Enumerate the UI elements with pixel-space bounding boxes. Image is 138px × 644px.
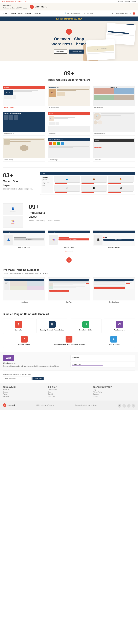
plugin-cf7[interactable]: 7 Contact Form 7	[3, 333, 45, 348]
footer-shop-specials[interactable]: Specials	[48, 393, 90, 395]
product-detail-inner: 👗 Out of Stock 👒 $29.99 09+ Product Deta…	[3, 204, 135, 228]
login-link[interactable]: Log In	[111, 13, 115, 14]
plugin-wishlist[interactable]: ♥ TemplatesMarket WooCommerce Wishlist	[48, 333, 90, 348]
homepage-card-furniture-label: Home Furniture	[3, 132, 45, 135]
homepage-card-fashion-label: Home Fashion	[93, 106, 135, 109]
homepage-card-fashion[interactable]: LOOKBOOK Home Fashion	[93, 86, 135, 110]
footer-shop-shop[interactable]: Shop	[48, 391, 90, 393]
woo-title: WooCommerce	[3, 362, 68, 364]
subpages-grid: Shop Page	[3, 277, 135, 304]
homepage-card-gadget[interactable]: GADGET REACT PLANET 2.0 Home Gadget	[48, 138, 90, 162]
search-input[interactable]	[67, 13, 84, 14]
hero-screen-2: The Spring Skincare ✿	[86, 39, 115, 60]
dot-4[interactable]	[71, 250, 73, 252]
homepage-card-autopart[interactable]: one mart 20% OFF	[3, 86, 45, 110]
plugin-kirki[interactable]: ⚙ Kirki Customizer	[93, 333, 135, 348]
homepage-cards-container: one mart 20% OFF	[3, 86, 135, 162]
footer-shop-store[interactable]: View our store	[48, 389, 90, 390]
homepage-card-autopart-preview: one mart 20% OFF	[3, 86, 45, 106]
hero-buttons: View Demo Purchase Now	[51, 50, 87, 54]
homepage-card-cosmetic[interactable]: Especially for you 🐕 Ho	[48, 86, 90, 110]
create-account-link[interactable]: Create an Account	[116, 13, 128, 14]
footer-support-returns[interactable]: Returns	[93, 396, 135, 397]
wishlist-icon: ♥	[66, 336, 72, 342]
footer-bottom: 1 one mart © 2022 · All Rights Reserved …	[0, 400, 138, 410]
product-detail-cards: Product Page 👗 OUT OF STOCK Product Out	[3, 230, 135, 248]
purchase-now-button[interactable]: Purchase Now	[69, 50, 84, 54]
homepage-card-gadget-label: Home Gadget	[48, 158, 90, 162]
footer-company-about[interactable]: About Us	[3, 389, 45, 390]
social-linkedin[interactable]: in	[127, 404, 130, 408]
nav-page[interactable]: PAGE ▾	[18, 13, 23, 14]
plugin-elementor[interactable]: E Elementor	[3, 318, 34, 333]
subpage-shop-label: Shop Page	[3, 300, 45, 304]
social-twitter[interactable]: t	[122, 404, 126, 408]
footer-support-privacy[interactable]: Privacy Policy	[93, 391, 135, 393]
nav-blog[interactable]: BLOG ▾	[26, 13, 31, 14]
plugin-woocommerce[interactable]: W WooCommerce	[104, 318, 135, 333]
product-out-stock-card[interactable]: Product Page 👗 OUT OF STOCK Product Out	[3, 230, 45, 248]
product-thumb-2: 👒 $29.99	[3, 216, 23, 228]
newsletter-form: Subscribe	[3, 376, 135, 380]
product-detail-text: 09+ Product Detail Layout Various on dis…	[29, 204, 135, 228]
footer-company-careers[interactable]: Careers	[3, 391, 45, 393]
woo-logo: Woo	[3, 355, 14, 361]
newsletter-email-input[interactable]	[3, 376, 32, 380]
newsletter-submit-button[interactable]: Subscribe	[33, 377, 44, 380]
footer-shop-title: the shop	[48, 386, 90, 388]
product-variable-label: Product Variable	[93, 247, 135, 248]
kirki-icon: ⚙	[110, 336, 117, 342]
hero-section: Solution for your creativity. 🐕 The Spri…	[0, 21, 138, 61]
categories-dropdown[interactable]: All Categories ▾	[84, 13, 93, 14]
footer-company-partners[interactable]: Partners	[3, 393, 45, 395]
footer-logo-area: 1 one mart	[3, 404, 15, 407]
hero-content: 1 Onemart - Shop WordPress Theme View De…	[51, 29, 87, 54]
dot-3[interactable]	[69, 250, 71, 252]
footer-support-shipping[interactable]: Shipping	[93, 393, 135, 395]
subpage-card-shop[interactable]: Shop Page	[3, 277, 45, 304]
homepage-card-shoe[interactable]: TRAINING ADD TO CART Home Shoe	[93, 138, 135, 162]
footer-company-investors[interactable]: Investors	[3, 396, 45, 397]
social-facebook[interactable]: f	[118, 404, 121, 408]
homepage-card-jewelry[interactable]: Home Jewelry	[3, 138, 45, 162]
subpage-card-cart[interactable]: CHECKOUT Cart Page	[48, 277, 90, 304]
footer-support-title: Customer support	[93, 386, 135, 388]
homepage-counter-number: 09+	[3, 67, 135, 78]
homepage-card-furniture[interactable]: Solution for your creativity. Home Furni…	[3, 112, 45, 136]
homepage-card-pet[interactable]: one mart 🐾	[48, 112, 90, 136]
footer-shop-track[interactable]: Track Order	[48, 396, 90, 397]
subpage-checkout-label: Checkout Page	[93, 300, 135, 304]
dot-1[interactable]	[65, 250, 67, 252]
logo-area[interactable]: 1 one mart	[30, 5, 47, 9]
header-actions: Log In Create an Account 🛒 0	[111, 12, 135, 15]
product-simple-card[interactable]: Product Page 👒 ADD TO CART Product Simpl	[48, 230, 90, 248]
search-box[interactable]: 🔍 All Categories ▾	[63, 12, 89, 15]
nav-contact[interactable]: CONTACT ▾	[33, 13, 41, 14]
subpage-card-checkout[interactable]: PLACE ORDER Checkout Page	[93, 277, 135, 304]
cart-icon[interactable]: 🛒	[130, 13, 131, 14]
nav-home[interactable]: HOME ▾	[3, 13, 8, 14]
product-variable-card[interactable]: Product Page 🎩 ADD T	[93, 230, 135, 248]
homepage-card-handmade[interactable]: 💍 Home Handmade	[93, 112, 135, 136]
dot-2[interactable]	[67, 250, 69, 252]
hello-bar: Hello there! Welcome to Onemart WP Theme…	[0, 3, 138, 10]
footer-col-support: Customer support FAQ Privacy Policy Ship…	[93, 386, 135, 398]
header: HOME ▾ SHOP ▾ PAGE ▾ BLOG ▾ CONTACT ▾ 🔍 …	[0, 10, 138, 16]
homepage-card-cosmetic-label: Home Cosmetic	[48, 106, 90, 109]
plugin-boostify[interactable]: B Boostify Header & Footer Builder	[37, 318, 68, 333]
top-bar: Free shipping of all orders over $75.00 …	[0, 0, 138, 3]
plugin-revolution[interactable]: ↺ Revolution Slider	[70, 318, 101, 333]
subpage-cart-label: Cart Page	[48, 300, 90, 304]
plugins-section: Bundled Plugins Come With Onemart E Elem…	[0, 308, 138, 352]
language-selector[interactable]: Language: English ▾	[117, 0, 130, 2]
currency-selector[interactable]: USD ▾	[131, 0, 136, 2]
nav-shop[interactable]: SHOP ▾	[11, 13, 16, 14]
woo-text: Woo WooCommerce Onemart is fully compati…	[3, 355, 68, 368]
promo-price: $59	[74, 18, 77, 20]
woo-feature-1: Shop Page	[70, 355, 135, 361]
shop-layout-title: Modern Shop	[3, 180, 35, 183]
view-demo-button[interactable]: View Demo	[54, 50, 67, 54]
social-pinterest[interactable]: p	[132, 404, 135, 408]
footer-support-faq[interactable]: FAQ	[93, 389, 135, 390]
top-bar-promo-link[interactable]: Free shipping of all orders over $75.00	[2, 0, 27, 2]
